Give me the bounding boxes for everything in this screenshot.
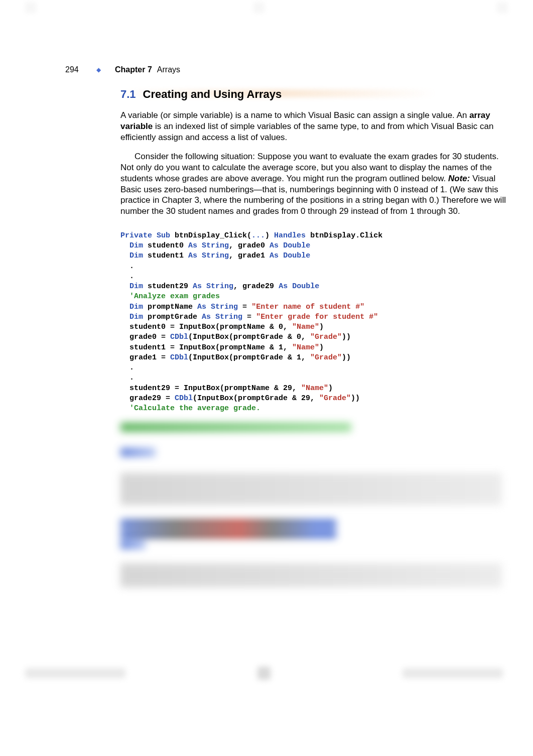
footer-left-control[interactable] <box>25 668 125 678</box>
page-content: 7.1Creating and Using Arrays A variable … <box>120 88 507 589</box>
nav-prev-icon[interactable] <box>25 2 36 13</box>
section-heading: 7.1Creating and Using Arrays <box>120 88 507 101</box>
paragraph-1: A variable (or simple variable) is a nam… <box>120 110 507 143</box>
paragraph-2: Consider the following situation: Suppos… <box>120 151 507 217</box>
note-label: Note: <box>448 174 470 183</box>
chapter-name: Arrays <box>157 65 180 74</box>
code-listing: Private Sub btnDisplay_Click(...) Handle… <box>120 231 507 414</box>
diamond-icon: ◆ <box>96 66 101 73</box>
section-number: 7.1 <box>120 88 136 100</box>
footer-toolbar <box>25 666 503 681</box>
chapter-label: Chapter 7 <box>115 65 152 74</box>
running-header: 294 ◆ Chapter 7 Arrays <box>65 65 478 74</box>
footer-center-icon[interactable] <box>257 667 271 680</box>
section-title: Creating and Using Arrays <box>143 88 282 100</box>
nav-center-icon[interactable] <box>253 2 264 13</box>
footer-right-control[interactable] <box>403 668 503 678</box>
page: 294 ◆ Chapter 7 Arrays 7.1Creating and U… <box>0 0 533 756</box>
obscured-content <box>120 423 507 587</box>
top-toolbar <box>0 2 533 13</box>
nav-next-icon[interactable] <box>497 2 508 13</box>
page-number: 294 <box>65 65 85 74</box>
